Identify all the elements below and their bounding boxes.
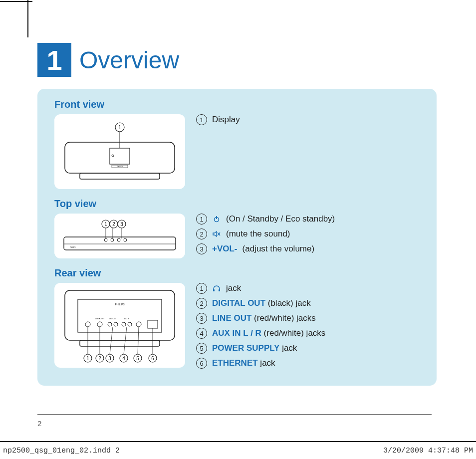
section-front-view: Front view PHILIPS 1 <box>54 99 420 189</box>
svg-text:PHILIPS: PHILIPS <box>70 246 76 248</box>
section-title-top: Top view <box>54 198 420 210</box>
svg-text:AUX IN: AUX IN <box>124 318 129 320</box>
svg-point-10 <box>104 238 107 241</box>
item-number: 1 <box>196 214 207 225</box>
list-top: 1 (On / Standby / Eco standby) 2 (mute t… <box>196 214 420 258</box>
section-rear-view: Rear view PHILIPS <box>54 267 420 373</box>
list-item: 3 +VOL- (adjust the volume) <box>196 243 420 254</box>
item-number: 1 <box>196 114 207 125</box>
svg-text:3: 3 <box>108 356 111 361</box>
list-item: 4 AUX IN L / R (red/white) jacks <box>196 328 420 339</box>
svg-point-31 <box>97 322 102 327</box>
item-text: (red/white) jacks <box>261 328 325 338</box>
section-top-view: Top view PHILIPS <box>54 198 420 258</box>
section-title-front: Front view <box>54 99 420 110</box>
indesign-filename: np2500_qsg_01eng_02.indd 2 <box>3 447 120 455</box>
item-number: 3 <box>196 243 207 254</box>
svg-rect-37 <box>148 320 158 328</box>
svg-point-32 <box>108 322 112 326</box>
page-content: 1 Overview Front view PHILIPS <box>37 43 437 386</box>
svg-text:5: 5 <box>136 356 139 361</box>
item-number: 2 <box>196 229 207 239</box>
svg-point-13 <box>124 238 127 241</box>
item-keyword: DIGITAL OUT <box>212 298 265 308</box>
list-rear: 1 jack 2 DIGITAL OUT (black) jack 3 LINE… <box>196 283 420 373</box>
svg-text:2: 2 <box>98 356 101 361</box>
svg-rect-60 <box>213 289 215 291</box>
svg-text:1: 1 <box>104 222 107 227</box>
item-keyword: ETHERNET <box>212 358 258 368</box>
svg-point-30 <box>85 322 90 327</box>
footer-rule <box>37 414 432 415</box>
item-text: jack <box>279 343 297 353</box>
list-front: 1 Display <box>196 114 420 189</box>
item-text: (adjust the volume) <box>242 244 315 254</box>
svg-text:2: 2 <box>112 222 115 227</box>
svg-text:6: 6 <box>151 356 154 361</box>
svg-point-2 <box>112 155 114 157</box>
indesign-timestamp: 3/20/2009 4:37:48 PM <box>383 447 473 455</box>
item-text: jack <box>258 358 275 368</box>
svg-rect-61 <box>219 289 220 291</box>
diagram-top-view: PHILIPS 1 2 <box>54 214 185 258</box>
item-number: 2 <box>196 298 207 309</box>
headphones-icon <box>212 284 221 293</box>
item-text: (black) jack <box>265 298 311 308</box>
diagram-rear-view: PHILIPS DIGITAL OUT LINE OUT <box>54 283 185 368</box>
section-title-rear: Rear view <box>54 267 420 279</box>
list-item: 1 (On / Standby / Eco standby) <box>196 214 420 225</box>
svg-text:DIGITAL OUT: DIGITAL OUT <box>95 318 105 320</box>
list-item: 5 POWER SUPPLY jack <box>196 343 420 354</box>
svg-rect-38 <box>80 340 160 346</box>
item-keyword: AUX IN L / R <box>212 328 261 338</box>
mute-icon <box>212 230 221 238</box>
item-keyword: +VOL- <box>212 244 238 254</box>
item-number: 6 <box>196 358 207 369</box>
list-item: 1 jack <box>196 283 420 294</box>
svg-rect-27 <box>65 290 175 340</box>
item-keyword: LINE OUT <box>212 313 251 323</box>
item-text: Display <box>212 115 240 125</box>
svg-point-12 <box>117 238 120 241</box>
svg-text:1: 1 <box>86 356 89 361</box>
svg-text:4: 4 <box>122 356 125 361</box>
item-text: (mute the sound) <box>226 229 290 239</box>
svg-rect-1 <box>110 148 130 164</box>
item-text: (On / Standby / Eco standby) <box>226 214 335 224</box>
svg-text:3: 3 <box>120 222 123 227</box>
list-item: 3 LINE OUT (red/white) jacks <box>196 313 420 324</box>
chapter-title: Overview <box>79 46 179 74</box>
chapter-header: 1 Overview <box>37 43 437 77</box>
svg-point-33 <box>114 322 118 326</box>
item-number: 5 <box>196 343 207 354</box>
svg-rect-4 <box>80 173 160 179</box>
callout-front-1: 1 <box>118 124 121 130</box>
chapter-number-box: 1 <box>37 43 71 77</box>
document-meta-bar: np2500_qsg_01eng_02.indd 2 3/20/2009 4:3… <box>0 441 476 459</box>
svg-point-34 <box>122 322 126 326</box>
page-number: 2 <box>37 419 41 428</box>
list-item: 2 DIGITAL OUT (black) jack <box>196 298 420 309</box>
svg-point-11 <box>111 238 114 241</box>
item-keyword: POWER SUPPLY <box>212 343 279 353</box>
diagram-front-view: PHILIPS 1 <box>54 114 185 189</box>
list-item: 2 (mute the sound) <box>196 229 420 239</box>
list-item: 6 ETHERNET jack <box>196 358 420 369</box>
power-icon <box>212 215 221 224</box>
crop-mark-left <box>27 0 28 37</box>
svg-text:LINE OUT: LINE OUT <box>109 318 116 320</box>
item-text: jack <box>226 283 241 293</box>
svg-point-35 <box>128 322 132 326</box>
item-text: (red/white) jacks <box>251 313 315 323</box>
overview-panel: Front view PHILIPS 1 <box>37 89 437 386</box>
svg-text:PHILIPS: PHILIPS <box>115 303 125 306</box>
list-item: 1 Display <box>196 114 420 125</box>
item-number: 1 <box>196 283 207 294</box>
svg-point-36 <box>136 322 141 327</box>
item-number: 3 <box>196 313 207 324</box>
brand-label-front: PHILIPS <box>117 166 123 168</box>
item-number: 4 <box>196 328 207 339</box>
